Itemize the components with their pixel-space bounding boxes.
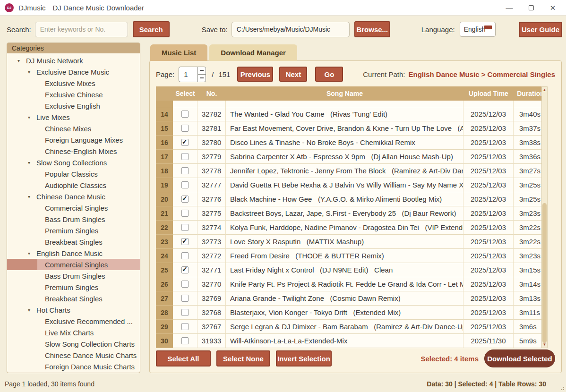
- row-checkbox[interactable]: ✓: [181, 210, 189, 217]
- sidebar-item[interactable]: Slow Song Collection Charts: [7, 338, 140, 349]
- row-checkbox[interactable]: ✓: [181, 125, 189, 132]
- row-checkbox[interactable]: ✓: [181, 309, 189, 316]
- sidebar-item[interactable]: Premium Singles: [7, 281, 140, 293]
- table-row[interactable]: 22✓32774Kolya Funk, Harddope, Nadine Pim…: [156, 221, 548, 235]
- table-scrollbar[interactable]: ▲ ▼: [541, 86, 548, 348]
- sidebar-item[interactable]: Audiophile Classics: [7, 179, 140, 191]
- tree-expand-arrow-icon[interactable]: ▾: [28, 115, 34, 120]
- table-row[interactable]: 15✓32781Far East Movement, Cover Drive, …: [156, 121, 548, 136]
- tab-download-manager[interactable]: Download Manager: [209, 44, 297, 61]
- sidebar-item[interactable]: Bass Drum Singles: [7, 213, 140, 225]
- user-guide-button[interactable]: User Guide: [519, 22, 562, 37]
- sidebar-item[interactable]: ▾Chinese Dance Music: [7, 191, 140, 202]
- row-checkbox-checked[interactable]: ✓: [181, 238, 189, 245]
- sidebar-item[interactable]: Popular Classics: [7, 168, 140, 179]
- row-checkbox-checked[interactable]: ✓: [181, 139, 189, 146]
- sidebar-item[interactable]: ▾Hot Charts: [7, 304, 140, 315]
- scrollbar-thumb[interactable]: [542, 203, 547, 343]
- sidebar-item[interactable]: Exclusive English: [7, 100, 140, 111]
- next-button[interactable]: Next: [279, 67, 307, 82]
- sidebar-item[interactable]: Breakbeat Singles: [7, 293, 140, 304]
- sidebar-item[interactable]: Bass Drum Singles: [7, 270, 140, 281]
- upload-time: 2025/12/03: [463, 150, 514, 164]
- scroll-up-icon[interactable]: ▲: [542, 87, 547, 93]
- row-checkbox[interactable]: ✓: [181, 281, 189, 288]
- table-row[interactable]: 18✓32778Jennifer Lopez, Tektronic - Jenn…: [156, 164, 548, 178]
- download-selected-button[interactable]: Download Selected: [484, 349, 555, 367]
- maximize-icon[interactable]: [527, 4, 535, 11]
- search-button[interactable]: Search: [133, 21, 170, 37]
- spin-down-button[interactable]: [198, 74, 206, 82]
- row-checkbox[interactable]: ✓: [181, 323, 189, 330]
- table-row[interactable]: 16✓32780Disco Lines & Tinashe - No Broke…: [156, 136, 548, 150]
- sidebar-item[interactable]: ▾DJ Music Network: [7, 55, 140, 66]
- sidebar-item[interactable]: Commercial Singles: [7, 202, 140, 213]
- minimize-icon[interactable]: —: [506, 4, 513, 11]
- sidebar-item[interactable]: Exclusive Recommended ...: [7, 315, 140, 327]
- tree-expand-arrow-icon[interactable]: ▾: [28, 69, 34, 75]
- page-spinner[interactable]: 1: [179, 67, 206, 82]
- sidebar-item[interactable]: Exclusive Mixes: [7, 77, 140, 89]
- table-row[interactable]: 28✓32768Blasterjaxx, Vion Konger - Tokyo…: [156, 306, 548, 320]
- tree-expand-arrow-icon[interactable]: ▾: [28, 160, 34, 165]
- table-row[interactable]: 30✓31933Will-Atkinson-La-La-La-Extended-…: [156, 334, 548, 348]
- close-icon[interactable]: ✕: [549, 4, 557, 11]
- row-checkbox[interactable]: ✓: [181, 337, 189, 344]
- sidebar-item[interactable]: ▾Exclusive Dance Music: [7, 66, 140, 77]
- sidebar-item[interactable]: Chinese Mixes: [7, 123, 140, 134]
- table-row[interactable]: 29✓32767Serge Legran & DJ Dimixer - Bam …: [156, 320, 548, 334]
- table-row[interactable]: 20✓32776Black Machine - How Gee (Y.A.G.O…: [156, 192, 548, 206]
- row-checkbox[interactable]: ✓: [181, 181, 189, 188]
- select-none-button[interactable]: Select None: [216, 350, 270, 366]
- table-row[interactable]: 26✓32770Knife Party Ft. Ps Project & Rad…: [156, 277, 548, 291]
- table-row[interactable]: 14✓32782The Wanted - Glad You Came (Riva…: [156, 107, 548, 121]
- sidebar-item[interactable]: Foreign Language Mixes: [7, 134, 140, 145]
- sidebar-item[interactable]: Chinese-English Mixes: [7, 145, 140, 157]
- sidebar-item[interactable]: Foreign Dance Music Charts: [7, 361, 140, 372]
- row-checkbox[interactable]: ✓: [181, 224, 189, 231]
- sidebar-item[interactable]: Live Mix Charts: [7, 327, 140, 338]
- tree-expand-arrow-icon[interactable]: ▾: [28, 307, 34, 313]
- sidebar-item[interactable]: ▾Slow Song Collections: [7, 157, 140, 168]
- save-path-input[interactable]: [232, 22, 350, 37]
- song-number: 32775: [197, 206, 226, 221]
- sidebar-item[interactable]: ▾English Dance Music: [7, 247, 140, 259]
- row-checkbox[interactable]: ✓: [181, 295, 189, 302]
- scroll-down-icon[interactable]: ▼: [542, 341, 547, 348]
- page-value[interactable]: 1: [179, 67, 197, 82]
- resize-grip-icon[interactable]: [559, 385, 565, 391]
- sidebar-item[interactable]: Breakbeat Singles: [7, 236, 140, 247]
- row-checkbox[interactable]: ✓: [181, 252, 189, 259]
- tab-music-list[interactable]: Music List: [150, 44, 207, 61]
- sidebar-item[interactable]: Exclusive Chinese: [7, 89, 140, 100]
- sidebar-item[interactable]: Chinese Dance Music Charts: [7, 349, 140, 361]
- go-button[interactable]: Go: [315, 67, 343, 82]
- table-row[interactable]: 17✓32779Sabrina Carpenter X Atb - Espres…: [156, 150, 548, 164]
- table-row[interactable]: 21✓32775Backstreet Boys, Lazar, Jape, S.…: [156, 206, 548, 221]
- select-all-button[interactable]: Select All: [156, 350, 211, 366]
- table-row[interactable]: 24✓32772Freed From Desire (THODE & BUTTE…: [156, 249, 548, 263]
- sidebar-item[interactable]: Commercial Singles: [7, 259, 140, 270]
- sidebar-item[interactable]: ▾Live Mixes: [7, 111, 140, 123]
- spin-up-button[interactable]: [198, 67, 206, 74]
- invert-selection-button[interactable]: Invert Selection: [276, 350, 332, 366]
- row-checkbox-checked[interactable]: ✓: [181, 196, 189, 203]
- table-row[interactable]: 19✓32777David Guetta Ft Bebe Rexha & J B…: [156, 178, 548, 192]
- table-row[interactable]: 27✓32769Ariana Grande - Twilight Zone (C…: [156, 291, 548, 306]
- language-select[interactable]: English: [460, 22, 496, 37]
- tree-expand-arrow-icon[interactable]: ▾: [28, 194, 34, 199]
- music-list-panel: Page: 1 / 151 Previous Next Go Current P…: [149, 60, 562, 373]
- previous-button[interactable]: Previous: [237, 67, 273, 82]
- row-checkbox[interactable]: ✓: [181, 153, 189, 160]
- browse-button[interactable]: Browse...: [354, 21, 390, 37]
- row-checkbox[interactable]: ✓: [181, 111, 189, 118]
- search-input[interactable]: [35, 22, 128, 37]
- tree-expand-arrow-icon[interactable]: ▾: [17, 58, 23, 63]
- row-checkbox[interactable]: ✓: [181, 167, 189, 174]
- table-row[interactable]: 23✓32773Love Story X Rasputin (MATTIX Ma…: [156, 235, 548, 249]
- row-checkbox-checked[interactable]: ✓: [181, 266, 189, 273]
- table-row[interactable]: 25✓32771Last Friday Night x Control (DJ …: [156, 263, 548, 277]
- upload-time: 2025/12/03: [463, 291, 514, 306]
- sidebar-item[interactable]: Premium Singles: [7, 225, 140, 236]
- tree-expand-arrow-icon[interactable]: ▾: [28, 251, 34, 256]
